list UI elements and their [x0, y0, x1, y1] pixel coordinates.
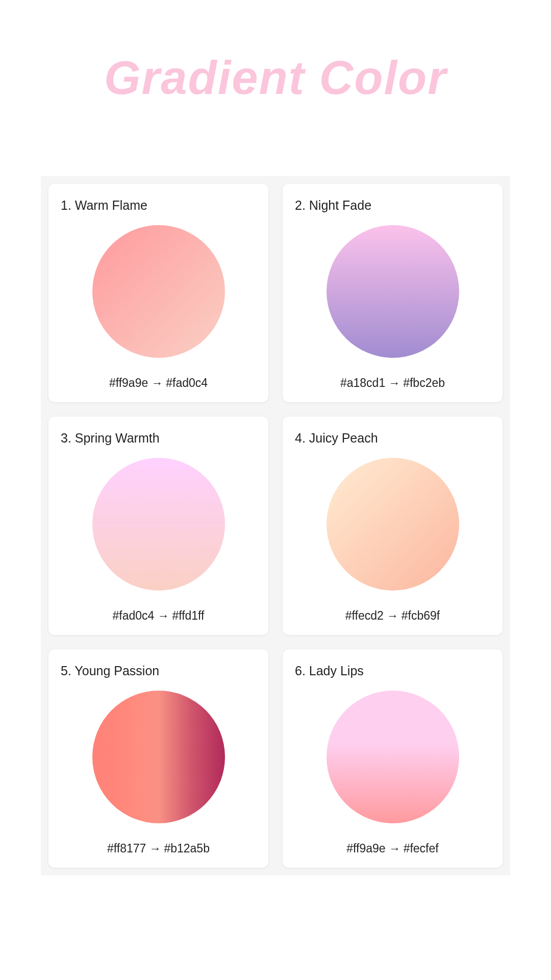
hex-from: #ff8177	[107, 842, 146, 855]
gradient-card[interactable]: 2. Night Fade#a18cd1→#fbc2eb	[283, 184, 503, 402]
hex-values: #fad0c4→#ffd1ff	[113, 609, 205, 623]
hex-to: #fecfef	[404, 842, 439, 855]
card-title: 1. Warm Flame	[61, 198, 147, 213]
hex-values: #a18cd1→#fbc2eb	[340, 376, 445, 390]
arrow-icon: →	[389, 842, 400, 855]
hex-to: #b12a5b	[164, 842, 210, 855]
gradient-swatch	[92, 458, 225, 591]
hex-to: #fbc2eb	[403, 376, 445, 389]
gradient-swatch	[327, 225, 459, 358]
hex-to: #fad0c4	[166, 376, 208, 389]
hex-values: #ff8177→#b12a5b	[107, 842, 210, 855]
gradient-card[interactable]: 1. Warm Flame#ff9a9e→#fad0c4	[48, 184, 268, 402]
hex-values: #ffecd2→#fcb69f	[345, 609, 440, 623]
hex-values: #ff9a9e→#fecfef	[346, 842, 438, 855]
hex-from: #fad0c4	[113, 609, 155, 622]
card-title: 2. Night Fade	[295, 198, 371, 213]
arrow-icon: →	[149, 842, 161, 855]
gradient-card[interactable]: 4. Juicy Peach#ffecd2→#fcb69f	[283, 416, 503, 635]
hex-values: #ff9a9e→#fad0c4	[109, 376, 208, 390]
gradient-card[interactable]: 6. Lady Lips#ff9a9e→#fecfef	[283, 649, 503, 868]
gradient-card[interactable]: 3. Spring Warmth#fad0c4→#ffd1ff	[48, 416, 268, 635]
gradient-swatch	[327, 458, 459, 591]
gradient-swatch	[327, 691, 459, 823]
hex-from: #ffecd2	[345, 609, 384, 622]
card-title: 5. Young Passion	[61, 664, 159, 678]
page-title: Gradient Color	[0, 0, 551, 176]
arrow-icon: →	[151, 376, 163, 389]
gradient-swatch	[92, 691, 225, 823]
arrow-icon: →	[157, 609, 169, 622]
gradient-grid: 1. Warm Flame#ff9a9e→#fad0c42. Night Fad…	[41, 176, 510, 875]
gradient-swatch	[92, 225, 225, 358]
hex-from: #a18cd1	[340, 376, 385, 389]
hex-to: #ffd1ff	[172, 609, 204, 622]
hex-from: #ff9a9e	[109, 376, 148, 389]
arrow-icon: →	[387, 609, 398, 622]
card-title: 3. Spring Warmth	[61, 431, 160, 446]
hex-to: #fcb69f	[402, 609, 440, 622]
card-title: 4. Juicy Peach	[295, 431, 378, 446]
arrow-icon: →	[388, 376, 400, 389]
card-title: 6. Lady Lips	[295, 664, 364, 678]
gradient-card[interactable]: 5. Young Passion#ff8177→#b12a5b	[48, 649, 268, 868]
hex-from: #ff9a9e	[346, 842, 385, 855]
